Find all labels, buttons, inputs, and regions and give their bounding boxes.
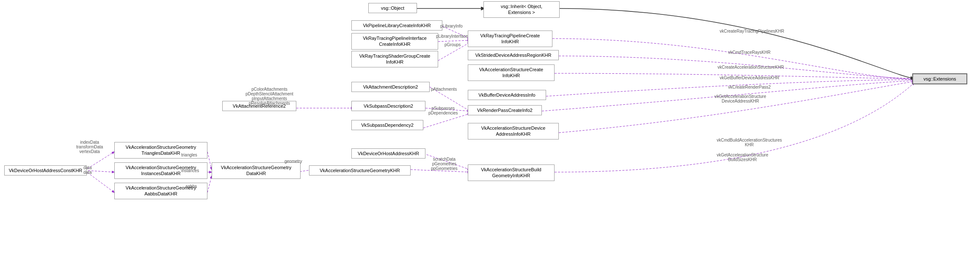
node-vkAccelGeoData[interactable]: VkAccelerationStructureGeometryDataKHR	[212, 162, 301, 179]
label-vkCreateRayTracing: vkCreateRayTracingPipelinesKHR	[720, 29, 784, 33]
node-vkRenderPassCreateInfo2[interactable]: VkRenderPassCreateInfo2	[468, 105, 542, 115]
node-vkAccelStructDeviceAddress[interactable]: VkAccelerationStructureDeviceAddressInfo…	[468, 123, 559, 139]
label-vkCmdBuildAccelStructures: vkCmdBuildAccelerationStructuresKHR	[717, 138, 782, 147]
node-vkAccelStructCreate[interactable]: VkAccelerationStructureCreateInfoKHR	[468, 64, 555, 81]
label-vkGetBufferDeviceAddress: vkGetBufferDeviceAddressKHR	[720, 75, 779, 80]
label-vkCmdTraceRays: vkCmdTraceRaysKHR	[728, 50, 770, 55]
label-geometry: geometry	[284, 159, 302, 164]
node-vkStridedDeviceAddressRegion[interactable]: VkStridedDeviceAddressRegionKHR	[468, 50, 559, 60]
label-pAttachments: pAttachments	[431, 87, 457, 92]
label-pLibraryInterface: pLibraryInterface	[436, 34, 468, 39]
node-vkPipelineLibraryCreateInfo[interactable]: VkPipelineLibraryCreateInfoKHR	[351, 20, 442, 31]
node-vkRayTracingPipelineInterface[interactable]: VkRayTracingPipelineInterfaceCreateInfoK…	[351, 33, 438, 50]
node-vkRayTracingShaderGroupCreate[interactable]: VkRayTracingShaderGroupCreateInfoKHR	[351, 51, 438, 67]
label-pColorAttachments: pColorAttachmentspDepthStencilAttachment…	[246, 87, 293, 106]
node-vkDeviceOrHostAddressConstKHR[interactable]: VkDeviceOrHostAddressConstKHR	[4, 165, 87, 176]
label-indexData: indexDatatransformDatavertexData	[76, 140, 103, 154]
node-vkRayTracingPipelineCreate[interactable]: VkRayTracingPipelineCreateInfoKHR	[468, 31, 552, 47]
node-vsgObject[interactable]: vsg::Object	[368, 3, 417, 13]
node-vkDeviceOrHostAddressKHR[interactable]: VkDeviceOrHostAddressKHR	[351, 148, 425, 159]
label-vkCreateAccelStruct: vkCreateAccelerationStructureKHR	[718, 65, 784, 70]
node-vsgInherit[interactable]: vsg::Inherit< Object,Extensions >	[483, 1, 560, 18]
label-pGroups: pGroups	[444, 42, 461, 47]
label-pSubpasses: pSubpassespDependencies	[428, 106, 458, 115]
node-vsgExtensions[interactable]: vsg::Extensions	[912, 73, 967, 84]
node-vkBufferDeviceAddressInfo[interactable]: VkBufferDeviceAddressInfo	[468, 90, 546, 100]
node-vkSubpassDependency2[interactable]: VkSubpassDependency2	[351, 120, 423, 130]
label-data: datadata	[83, 165, 91, 175]
label-pLibraryInfo: pLibraryInfo	[440, 24, 463, 28]
node-vkAccelGeoKHR[interactable]: VkAccelerationStructureGeometryKHR	[309, 165, 411, 176]
label-aabbs: aabbs	[185, 184, 197, 189]
label-vkGetAccelStructDeviceAddress: vkGetAccelerationStructureDeviceAddressK…	[715, 94, 766, 103]
label-scratchData: scratchDatapGeometriesppGeometries	[431, 157, 458, 171]
node-vkSubpassDescription2[interactable]: VkSubpassDescription2	[351, 101, 425, 111]
node-vkAttachmentDescription2[interactable]: VkAttachmentDescription2	[351, 82, 430, 92]
label-vkCreateRenderPass2: vkCreateRenderPass2	[728, 85, 771, 89]
node-vkAccelStructBuildGeoInfo[interactable]: VkAccelerationStructureBuildGeometryInfo…	[468, 164, 555, 181]
label-instances: instances	[181, 168, 199, 173]
label-vkGetAccelStructBuildSizes: vkGetAccelerationStructureBuildSizesKHR	[717, 153, 768, 162]
diagram-container: VkDeviceOrHostAddressConstKHR VkAccelera…	[0, 0, 980, 262]
label-triangles: triangles	[181, 153, 197, 157]
